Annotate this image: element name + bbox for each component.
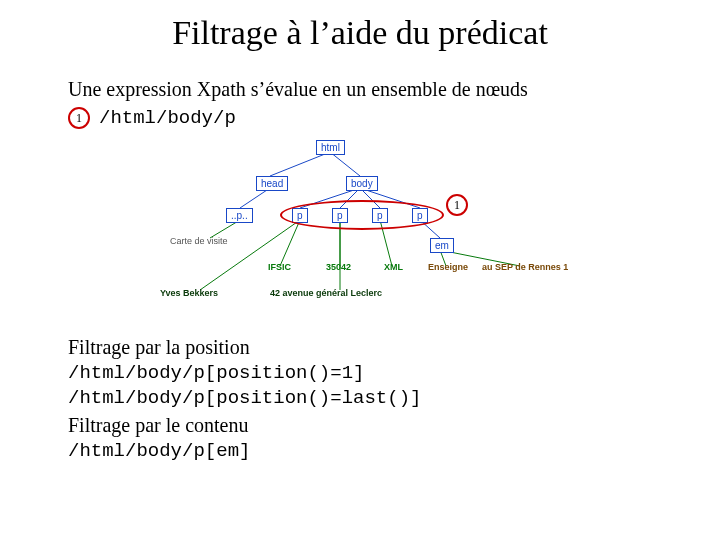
xpath-pos-last: /html/body/p[position()=last()] xyxy=(68,386,652,412)
xpath-em: /html/body/p[em] xyxy=(68,439,652,465)
filter-content-heading: Filtrage par le contenu xyxy=(68,412,652,439)
svg-line-0 xyxy=(270,152,330,176)
node-body: body xyxy=(346,176,378,191)
marker-1-right: 1 xyxy=(446,194,468,216)
node-html: html xyxy=(316,140,345,155)
leaf-addr: 42 avenue général Leclerc xyxy=(270,288,382,298)
leaf-enseigne: Enseigne xyxy=(428,262,468,272)
caption-carte: Carte de visite xyxy=(170,236,228,246)
marker-1-left: 1 xyxy=(68,107,90,129)
leaf-sep: au SEP de Rennes 1 xyxy=(482,262,568,272)
leaf-xml: XML xyxy=(384,262,403,272)
intro-xpath: /html/body/p xyxy=(99,107,236,129)
selection-oval xyxy=(280,200,444,230)
node-head: head xyxy=(256,176,288,191)
leaf-yves: Yves Bekkers xyxy=(160,288,218,298)
filter-pos-heading: Filtrage par la position xyxy=(68,334,652,361)
node-em: em xyxy=(430,238,454,253)
svg-line-1 xyxy=(330,152,360,176)
intro-line: Une expression Xpath s’évalue en un ense… xyxy=(68,76,652,103)
leaf-ifsic: IFSIC xyxy=(268,262,291,272)
page-title: Filtrage à l’aide du prédicat xyxy=(0,14,720,52)
node-head-p: ..p.. xyxy=(226,208,253,223)
leaf-35042: 35042 xyxy=(326,262,351,272)
tree-diagram: html head body ..p.. Carte de visite p p… xyxy=(130,138,590,318)
xpath-pos-1: /html/body/p[position()=1] xyxy=(68,361,652,387)
svg-line-2 xyxy=(240,188,270,208)
